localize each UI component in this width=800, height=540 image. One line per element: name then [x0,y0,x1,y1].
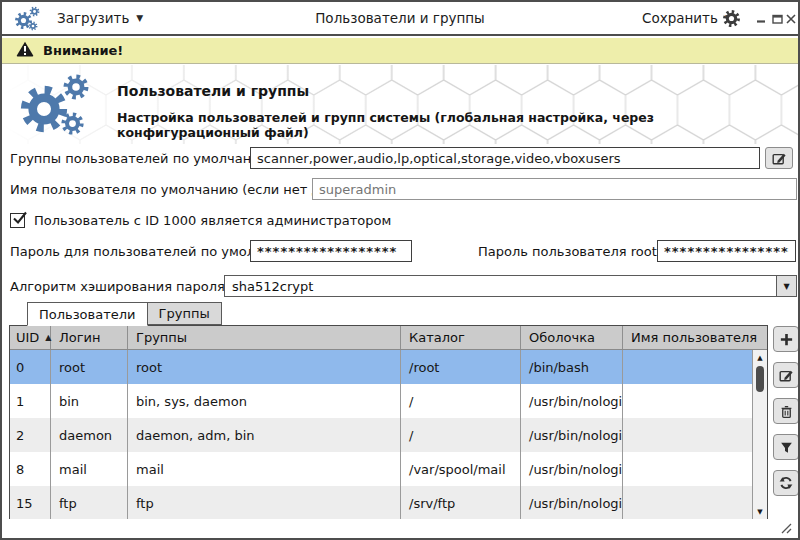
cell-shell: /usr/bin/nologin [521,486,623,520]
default-groups-input[interactable] [250,147,760,169]
close-button[interactable] [783,11,799,26]
table-row[interactable]: 15 ftp ftp /srv/ftp /usr/bin/nologin [10,486,752,520]
cell-shell: /usr/bin/nologin [521,384,623,418]
cell-shell: /usr/bin/nologin [521,418,623,452]
admin-checkbox-label: Пользователь с ID 1000 является админист… [34,213,391,228]
default-username-input[interactable] [312,178,797,200]
page-title: Пользователи и группы [117,83,309,99]
scroll-down-icon[interactable]: ▼ [753,505,767,519]
cell-shell: /usr/bin/nologin [521,452,623,486]
hash-algorithm-select[interactable]: sha512crypt ▼ [224,275,797,297]
cell-login: bin [51,384,128,418]
page-header: Пользователи и группы Настройка пользова… [2,65,798,144]
scrollbar-thumb[interactable] [756,366,764,392]
tab-users[interactable]: Пользователи [27,302,148,326]
cell-home: / [401,384,521,418]
dropdown-arrow-button[interactable]: ▼ [776,276,796,296]
column-header-home[interactable]: Каталог [401,326,521,349]
cell-login: root [51,350,128,384]
cell-shell: /bin/bash [521,350,623,384]
column-header-groups[interactable]: Группы [128,326,401,349]
cell-groups: root [128,350,401,384]
cell-uid: 1 [10,384,51,418]
table-body: 0 root root /root /bin/bash 1 bin bin, s… [10,350,752,520]
cell-login: mail [51,452,128,486]
edit-user-button[interactable] [773,362,799,388]
cell-name [623,486,752,520]
cell-home: /var/spool/mail [401,452,521,486]
cell-name [623,384,752,418]
warning-banner: Внимание! [2,38,798,64]
table-header-row: UID ▲ Логин Группы Каталог Оболочка Имя … [10,326,767,350]
refresh-icon [778,475,794,491]
cell-uid: 2 [10,418,51,452]
filter-button[interactable] [773,434,799,460]
table-row[interactable]: 0 root root /root /bin/bash [10,350,752,384]
refresh-button[interactable] [773,470,799,496]
cell-home: /root [401,350,521,384]
vertical-scrollbar[interactable]: ▲ ▼ [752,350,767,520]
cell-uid: 0 [10,350,51,384]
cell-login: ftp [51,486,128,520]
column-header-shell[interactable]: Оболочка [521,326,623,349]
pencil-square-icon [778,367,794,383]
cell-groups: bin, sys, daemon [128,384,401,418]
settings-gear-button[interactable] [722,9,741,28]
tab-groups[interactable]: Группы [148,302,222,325]
table-row[interactable]: 1 bin bin, sys, daemon / /usr/bin/nologi… [10,384,752,418]
admin-checkbox[interactable] [10,213,25,228]
add-user-button[interactable] [773,326,799,352]
cell-uid: 15 [10,486,51,520]
table-row[interactable]: 2 daemon daemon, adm, bin / /usr/bin/nol… [10,418,752,452]
cell-home: /srv/ftp [401,486,521,520]
save-menu-button[interactable]: Сохранить ▼ [642,10,732,26]
hash-algorithm-value: sha512crypt [225,279,776,294]
cell-groups: daemon, adm, bin [128,418,401,452]
app-window: Загрузить ▼ Пользователи и группы Сохран… [0,0,800,540]
table-row[interactable]: 8 mail mail /var/spool/mail /usr/bin/nol… [10,452,752,486]
default-groups-label: Группы пользователей по умолчанию: [10,151,275,166]
status-bar [2,519,798,538]
page-subtitle: Настройка пользователей и групп системы … [117,110,798,140]
cell-name [623,350,752,384]
tab-bar: Пользователи Группы [27,302,222,326]
warning-triangle-icon [16,41,34,61]
trash-icon [779,404,794,419]
chevron-down-icon: ▼ [783,282,789,291]
save-label: Сохранить [642,10,718,26]
root-password-input[interactable] [657,240,796,262]
edit-groups-button[interactable] [765,147,793,169]
plus-icon [779,332,794,347]
scroll-up-icon[interactable]: ▲ [753,351,767,365]
default-password-input[interactable] [250,240,412,262]
gears-icon [18,73,110,137]
cell-uid: 8 [10,452,51,486]
cell-login: daemon [51,418,128,452]
minimize-button[interactable] [753,11,769,26]
warning-text: Внимание! [43,43,123,58]
cell-name [623,452,752,486]
admin-checkbox-row[interactable]: Пользователь с ID 1000 является админист… [10,213,391,228]
column-header-uid[interactable]: UID ▲ [10,326,51,349]
users-table: UID ▲ Логин Группы Каталог Оболочка Имя … [9,325,768,521]
cell-home: / [401,418,521,452]
funnel-icon [779,440,794,455]
checkmark-icon [11,210,28,227]
root-password-label: Пароль пользователя root: [478,244,661,259]
column-header-name[interactable]: Имя пользователя [623,326,767,349]
cell-groups: mail [128,452,401,486]
column-header-login[interactable]: Логин [51,326,128,349]
cell-name [623,418,752,452]
pencil-square-icon [771,150,787,166]
cell-groups: ftp [128,486,401,520]
title-bar: Загрузить ▼ Пользователи и группы Сохран… [2,2,798,36]
hash-algorithm-label: Алгоритм хэширования пароля: [10,279,229,294]
delete-user-button[interactable] [773,398,799,424]
resize-grip[interactable] [779,523,792,534]
